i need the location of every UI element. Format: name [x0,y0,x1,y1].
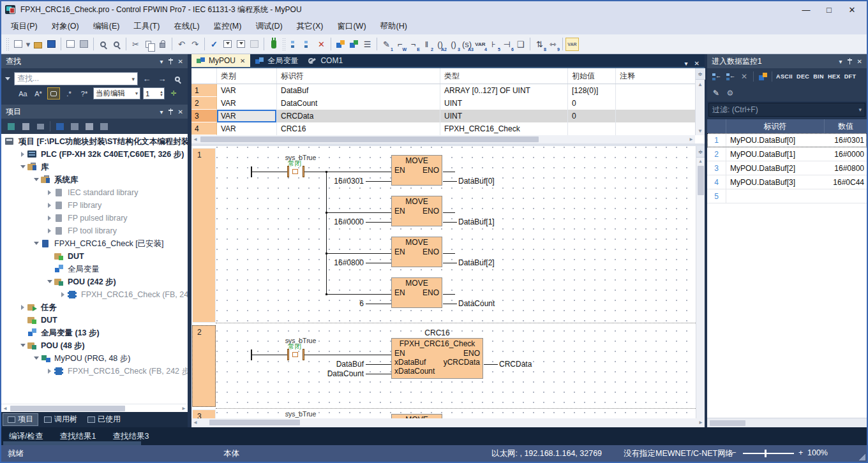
panel-menu-icon[interactable]: ▾ [839,58,842,65]
network-2-number-selected[interactable]: 2 [192,325,216,407]
network-3-number[interactable]: 3 [192,409,216,418]
tab-mypou[interactable]: MyPOU✕ [191,54,250,67]
monitor-filter-input[interactable]: 过滤: (Ctrl+F) ▾ [708,103,865,117]
variable-table-vscrollbar[interactable]: ≑ ▲ ▼ [695,68,705,135]
check-code-icon[interactable]: ✓ [207,38,221,51]
online-mode-icon[interactable] [267,38,280,51]
collapse-tree-icon[interactable] [20,121,31,131]
insert-var-after-icon[interactable] [725,71,735,82]
preview-object-icon[interactable] [84,121,94,131]
format-hex-button[interactable]: HEX [828,73,841,80]
redo-icon[interactable]: ↷ [188,38,202,51]
align-lines-icon[interactable]: ☰ [361,38,374,51]
project-tree-hscrollbar[interactable]: ◄ ► [1,404,188,412]
menu-debug[interactable]: 调试(D) [248,18,289,34]
contact-symbol[interactable] [287,349,289,360]
ladder-contact-e-icon[interactable]: ¬E [407,38,420,51]
new-object-icon[interactable] [55,121,65,131]
monitor-row[interactable]: 3MyPOU.DataBuf[2]16#0800 [707,161,867,175]
expand-tree-icon[interactable] [6,121,16,131]
print-icon[interactable] [77,38,91,51]
block-output-var[interactable]: CRCData [499,360,532,369]
tree-item-lib-dut[interactable]: DUT [1,250,188,263]
tree-item-fp-tool-library[interactable]: FP tool library [1,224,188,237]
zoom-in-button[interactable]: + [798,448,803,457]
ladder-var-icon[interactable]: VAR4 [474,38,487,51]
format-bin-button[interactable]: BIN [813,73,824,80]
panel-menu-icon[interactable]: ▾ [160,108,163,115]
delete-object-icon[interactable] [99,121,109,131]
open-project-icon[interactable] [31,38,45,51]
pin-icon[interactable] [848,58,852,64]
download-icon[interactable] [234,38,248,51]
find-in-project-icon[interactable] [110,38,123,51]
tab-compile-check[interactable]: 编译/检查 [9,431,43,442]
delete-var-icon[interactable]: ✕ [739,71,749,82]
collapse-icon[interactable] [5,77,10,83]
layout-icon[interactable] [758,71,768,82]
tree-item-pou[interactable]: POU (48 步) [1,339,188,352]
tab-global-vars[interactable]: 全局变量 [250,54,303,67]
match-case-button[interactable]: Aa [17,87,29,99]
block-input-value[interactable]: 16#0000 [306,217,364,226]
lock-icon[interactable] [156,38,169,51]
insert-var-before-icon[interactable] [711,71,721,82]
tree-item-fp-pulsed-library[interactable]: FP pulsed library [1,212,188,224]
copy-icon[interactable] [142,38,156,51]
ladder-coil-p-icon[interactable]: ()A2 [433,38,447,51]
ladder-right-pwr-icon[interactable]: ⊣6 [500,38,514,51]
edit-object-icon[interactable] [70,121,80,131]
tab-close-icon[interactable]: ✕ [240,57,245,64]
block-input-value[interactable]: 6 [306,299,364,308]
insert-row-icon[interactable]: ⇅8 [533,38,546,51]
sync-tree-icon[interactable] [35,121,45,131]
monitor-row[interactable]: 5 [707,189,867,203]
panel-close-icon[interactable]: ✕ [178,108,183,115]
fb-instance-name[interactable]: CRC16 [417,328,458,337]
monitor-pou-icon[interactable] [301,38,315,51]
ladder-left-pwr-icon[interactable]: ⊦5 [487,38,500,51]
edit-pencil-icon[interactable]: ✎ [711,88,721,98]
variable-row[interactable]: 1 VAR DataBuf ARRAY [0..127] OF UINT [12… [191,84,695,97]
find-icon[interactable] [96,38,110,51]
monitor-row[interactable]: 4MyPOU.DataBuf[3]16#0C44 [707,175,867,189]
page-setup-icon[interactable] [64,38,77,51]
search-input[interactable]: 查找... ▾ [14,72,138,85]
block-input-value[interactable]: 16#0301 [306,177,364,186]
variable-table-hscrollbar[interactable]: ◄ ► [191,135,695,143]
tree-item-dut[interactable]: DUT [1,314,188,327]
ladder-vscrollbar[interactable]: ≑ ▲ [696,146,705,418]
tab-find-results-1[interactable]: 查找结果1 [59,431,96,442]
move-block[interactable]: MOVE ENENO [391,196,442,226]
undo-icon[interactable]: ↶ [175,38,188,51]
ladder-contact-w-icon[interactable]: ⌐W [393,38,407,51]
block-output-var[interactable]: DataBuf[0] [458,177,495,186]
connect-blocks-icon[interactable] [347,38,361,51]
ladder-coil-s-icon[interactable]: (s)A3 [460,38,474,51]
new-dropdown-icon[interactable]: ▾ [25,38,31,51]
move-block[interactable]: MOVE [391,414,442,418]
block-output-var[interactable]: DataBuf[2] [458,258,495,267]
menu-monitor[interactable]: 监控(M) [207,18,249,34]
panel-menu-icon[interactable]: ▾ [160,58,163,65]
tree-item-lib-global-vars[interactable]: 全局变量 [1,263,188,276]
maximize-button[interactable]: □ [818,3,840,17]
tree-item-lib-pou[interactable]: POU (242 步) [1,276,188,288]
tab-list-icon[interactable]: ▾ [685,60,688,67]
window-layout-icon[interactable] [334,38,347,51]
tree-item-project-root[interactable]: 项目 [F:\PLC功能块封装\ST结构化文本编程封装... [1,135,188,148]
compile-all-icon[interactable] [248,38,261,51]
tab-call-tree[interactable]: 调用树 [40,413,82,426]
search-count-input[interactable]: 1 ▲▼ [143,87,165,99]
block-input-var[interactable]: DataBuf [306,360,364,369]
tree-item-fp-library[interactable]: FP library [1,199,188,212]
tree-item-iec-standard-library[interactable]: IEC standard library [1,186,188,199]
whole-word-button[interactable]: A* [32,87,45,99]
pin-icon[interactable] [168,58,173,64]
move-block[interactable]: MOVE ENENO [391,237,442,267]
ladder-pencil-icon[interactable]: ✎1 [380,38,393,51]
block-input-var[interactable]: DataCount [306,369,364,378]
tab-group-close-icon[interactable]: ✕ [694,60,700,67]
menu-other[interactable]: 其它(X) [290,18,331,34]
tab-used[interactable]: 已使用 [83,413,125,426]
